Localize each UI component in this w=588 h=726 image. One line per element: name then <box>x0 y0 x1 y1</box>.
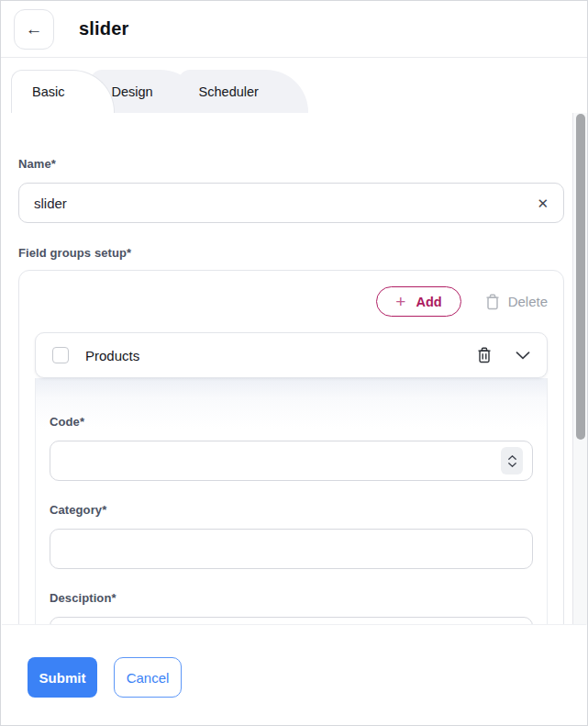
field-groups-label: Field groups setup* <box>18 246 564 260</box>
number-stepper[interactable] <box>501 447 523 475</box>
header: ← slider <box>1 1 587 58</box>
add-button-label: Add <box>416 295 441 309</box>
add-group-button[interactable]: + Add <box>376 286 460 317</box>
group-checkbox[interactable] <box>52 347 69 363</box>
group-body: Code* Category* Desc <box>35 378 548 625</box>
group-header-products[interactable]: Products <box>35 332 548 378</box>
field-groups-card: + Add Delete Products <box>18 270 564 625</box>
back-arrow-icon: ← <box>26 19 43 39</box>
cancel-button[interactable]: Cancel <box>114 657 182 698</box>
page-title: slider <box>79 18 129 39</box>
name-field-label: Name* <box>18 157 564 171</box>
code-input[interactable] <box>50 441 533 481</box>
description-field-label: Desciption* <box>50 591 533 605</box>
category-input[interactable] <box>50 529 533 569</box>
tab-scheduler-label: Scheduler <box>199 84 259 99</box>
chevron-down-icon <box>516 352 530 360</box>
stepper-down-icon[interactable] <box>508 463 516 467</box>
tab-bar: Basic Design Scheduler <box>1 58 587 113</box>
app-window: { "header": { "title": "slider", "back_i… <box>0 0 588 726</box>
code-field-label: Code* <box>50 415 533 429</box>
back-button[interactable]: ← <box>14 9 54 50</box>
trash-icon <box>485 294 500 310</box>
plus-icon: + <box>395 293 405 310</box>
stepper-up-icon[interactable] <box>508 455 516 460</box>
group-collapse-button[interactable] <box>516 352 530 360</box>
group-title: Products <box>85 348 477 363</box>
tab-basic-label: Basic <box>32 84 64 99</box>
trash-icon <box>477 347 492 363</box>
clear-input-icon[interactable]: ✕ <box>537 196 549 210</box>
delete-group-button[interactable]: Delete <box>485 294 548 310</box>
submit-button[interactable]: Submit <box>28 657 97 698</box>
scrollbar-thumb[interactable] <box>576 114 585 440</box>
name-input[interactable]: slider ✕ <box>18 183 564 223</box>
name-input-value: slider <box>34 195 537 211</box>
tab-design-label: Design <box>111 84 152 99</box>
scroll-content: Name* slider ✕ Field groups setup* + Add <box>2 157 588 625</box>
group-delete-button[interactable] <box>477 347 492 363</box>
field-groups-toolbar: + Add Delete <box>35 286 548 317</box>
category-field-label: Category* <box>50 503 533 517</box>
tab-panel-basic: Name* slider ✕ Field groups setup* + Add <box>2 113 588 625</box>
scrollbar-track[interactable] <box>572 113 588 625</box>
footer-actions: Submit Cancel <box>2 624 586 724</box>
delete-button-label: Delete <box>508 294 548 309</box>
